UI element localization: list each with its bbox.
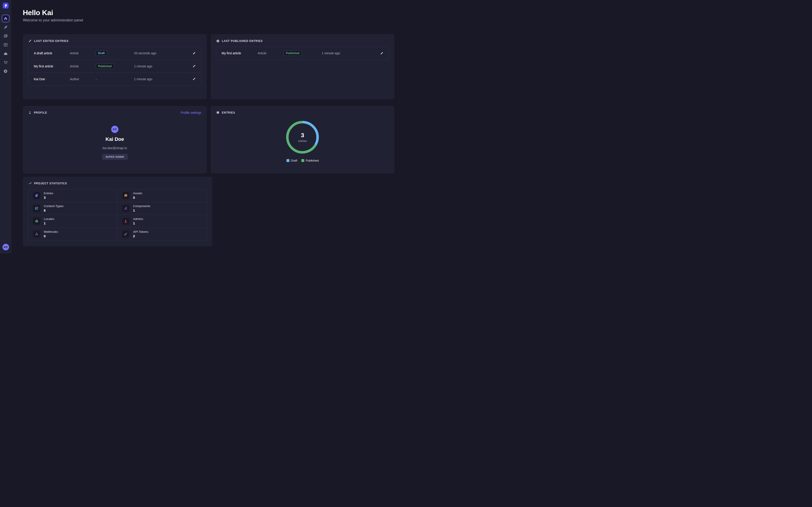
status-badge: -: [96, 77, 97, 81]
key-icon: [124, 232, 128, 236]
stat-api-tokens: API Tokens 2: [117, 228, 207, 240]
profile-card: PROFILE Profile settings KD Kai Doe kai.…: [23, 106, 207, 173]
stat-components: Components 1: [117, 202, 207, 215]
media-library-icon: [3, 34, 8, 38]
card-title: PROJECT STATISTICS: [34, 182, 67, 185]
last-published-table: My first article Article Published 1 min…: [216, 47, 389, 60]
picture-icon: [124, 193, 128, 198]
layout-icon: [35, 207, 39, 210]
stat-content-types: Content-Types 6: [29, 202, 117, 215]
edit-entry-button[interactable]: [192, 64, 196, 68]
entries-total: 3: [301, 132, 304, 139]
table-row[interactable]: Kai Doe Author - 1 minute ago: [29, 72, 201, 86]
home-icon: [4, 16, 8, 20]
last-edited-entries-card: LAST EDITED ENTRIES A draft article Arti…: [23, 34, 207, 99]
page-subtitle: Welcome to your administration panel: [23, 18, 395, 22]
entry-kind: Article: [258, 51, 284, 55]
entry-kind: Article: [70, 51, 96, 55]
stat-admins: Admins 1: [117, 215, 207, 228]
entry-time: 1 minute ago: [134, 64, 182, 68]
puzzle-icon: [216, 111, 220, 114]
sidebar-item-marketplace[interactable]: [2, 59, 9, 66]
sidebar-item-settings[interactable]: [2, 67, 9, 75]
user-icon: [124, 219, 128, 223]
role-badge: SUPER ADMIN: [102, 154, 128, 160]
entry-name: A draft article: [34, 51, 70, 55]
pencil-icon: [380, 52, 384, 55]
entry-time: 1 minute ago: [322, 51, 369, 55]
entry-name: My first article: [34, 64, 70, 68]
card-title: ENTRIES: [222, 111, 235, 114]
stat-assets: Assets 0: [117, 189, 207, 202]
card-title: LAST PUBLISHED ENTRIES: [222, 40, 263, 43]
table-row[interactable]: My first article Article Published 1 min…: [29, 60, 201, 72]
card-title: PROFILE: [34, 111, 47, 114]
legend-item-draft: Draft: [287, 159, 297, 162]
sidebar: KD: [0, 0, 11, 253]
pencil-icon: [192, 77, 196, 81]
entry-time: 20 seconds ago: [134, 51, 182, 55]
nodes-icon: [124, 207, 128, 210]
legend-item-published: Published: [301, 159, 319, 162]
last-published-entries-card: LAST PUBLISHED ENTRIES My first article …: [211, 34, 395, 99]
pencil-icon: [28, 39, 32, 43]
status-badge: Published: [284, 51, 302, 56]
content-type-builder-icon: [3, 43, 8, 47]
entries-total-label: entries: [298, 139, 307, 143]
strapi-logo-icon: [4, 4, 7, 7]
strapi-admin-dashboard: KD Hello Kai Welcome to your administrat…: [0, 0, 406, 253]
last-edited-table: A draft article Article Draft 20 seconds…: [28, 47, 201, 86]
user-avatar[interactable]: KD: [2, 244, 9, 250]
main-content: Hello Kai Welcome to your administration…: [11, 0, 406, 246]
profile-settings-link[interactable]: Profile settings: [181, 111, 201, 114]
entry-kind: Article: [70, 64, 96, 68]
profile-email: kai.doe@strapi.io: [103, 146, 127, 150]
entries-donut-chart: 3 entries: [286, 120, 319, 154]
sidebar-item-media-library[interactable]: [2, 32, 9, 40]
card-title: LAST EDITED ENTRIES: [34, 40, 68, 43]
sidebar-nav: [2, 15, 9, 75]
stat-locales: Locales 1: [29, 215, 117, 228]
entry-name: My first article: [222, 51, 258, 55]
strapi-logo[interactable]: [3, 3, 9, 9]
globe-icon: [35, 219, 39, 223]
stat-webhooks: Webhooks 0: [29, 228, 117, 240]
edit-entry-button[interactable]: [192, 52, 196, 55]
status-badge: Draft: [96, 51, 107, 56]
profile-name: Kai Doe: [106, 136, 124, 142]
page-title: Hello Kai: [23, 9, 395, 17]
cart-icon: [3, 60, 8, 65]
table-row[interactable]: My first article Article Published 1 min…: [216, 47, 389, 60]
empty-grid-cell: [216, 177, 395, 246]
chart-legend: Draft Published: [287, 159, 319, 162]
cloud-icon: [3, 51, 8, 56]
pencil-icon: [192, 52, 196, 55]
draft-swatch: [287, 159, 289, 162]
sidebar-item-content-manager[interactable]: [2, 23, 9, 31]
gear-icon: [3, 69, 8, 73]
stats-grid: Entries 3: [28, 189, 207, 241]
trending-up-icon: [28, 182, 32, 185]
webhook-icon: [35, 232, 39, 236]
stat-entries: Entries 3: [29, 189, 117, 202]
table-row[interactable]: A draft article Article Draft 20 seconds…: [29, 47, 201, 60]
entry-kind: Author: [70, 77, 96, 81]
user-icon: [28, 111, 32, 114]
pencil-icon: [192, 64, 196, 68]
edit-entry-button[interactable]: [380, 52, 384, 55]
avatar: KD: [111, 126, 118, 133]
entry-time: 1 minute ago: [134, 77, 182, 81]
sidebar-item-deploy[interactable]: [2, 50, 9, 57]
entry-name: Kai Doe: [34, 77, 70, 81]
status-badge: Published: [96, 64, 114, 69]
stack-icon: [35, 193, 39, 198]
entries-card: ENTRIES 3 entries: [211, 106, 395, 173]
feather-icon: [3, 25, 8, 30]
sidebar-item-content-type-builder[interactable]: [2, 41, 9, 49]
sidebar-item-home[interactable]: [2, 15, 9, 22]
published-swatch: [301, 159, 304, 162]
project-statistics-card: PROJECT STATISTICS: [23, 177, 212, 246]
edit-entry-button[interactable]: [192, 77, 196, 81]
check-circle-icon: [216, 39, 220, 43]
